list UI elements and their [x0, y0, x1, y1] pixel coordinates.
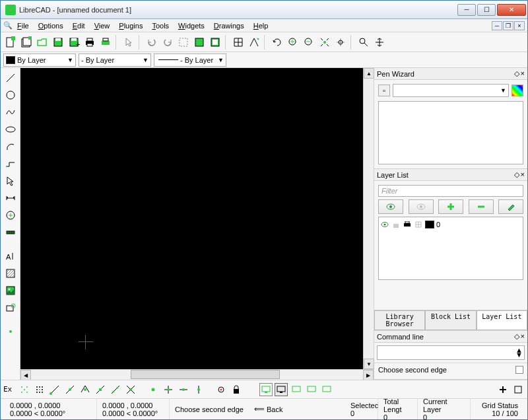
scroll-up-icon[interactable]: ▲: [364, 68, 374, 79]
menu-file[interactable]: File: [13, 20, 34, 31]
undock-icon[interactable]: ◇: [514, 170, 519, 179]
remove-layer-icon[interactable]: [469, 199, 494, 214]
menu-view[interactable]: View: [90, 20, 115, 31]
construction-icon[interactable]: [414, 220, 423, 229]
search-icon[interactable]: 🔍: [3, 21, 13, 30]
menu-drawings[interactable]: Drawings: [209, 20, 249, 31]
snap-grid-icon[interactable]: [33, 383, 46, 396]
pick-pen-icon[interactable]: ▫: [378, 85, 390, 96]
maximize-button[interactable]: ☐: [477, 4, 496, 16]
tab-library-browser[interactable]: Library Browser: [374, 310, 425, 330]
print-preview-icon[interactable]: [98, 35, 113, 50]
add-view-icon[interactable]: [496, 383, 510, 396]
open-file-icon[interactable]: [35, 35, 50, 50]
restrict-nothing-icon[interactable]: [147, 383, 160, 396]
select-tool-icon[interactable]: [3, 174, 18, 188]
scroll-right-icon[interactable]: ▶: [363, 370, 374, 380]
refresh-icon[interactable]: [270, 35, 284, 50]
arc-tool-icon[interactable]: [3, 139, 18, 154]
horizontal-scrollbar[interactable]: ◀ ▶: [20, 369, 374, 380]
lock-icon[interactable]: [391, 220, 401, 229]
hide-all-layers-icon[interactable]: [409, 199, 434, 214]
cursor-icon[interactable]: [121, 35, 136, 50]
mdi-restore[interactable]: ❐: [503, 21, 513, 30]
layer-list[interactable]: 0: [378, 217, 523, 280]
zoom-in-icon[interactable]: [286, 35, 300, 50]
layer-filter-input[interactable]: Filter: [378, 185, 523, 197]
restrict-horizontal-icon[interactable]: [177, 383, 190, 396]
point-tool-icon[interactable]: [3, 324, 18, 339]
edit-layer-icon[interactable]: [498, 199, 523, 214]
add-layer-icon[interactable]: [438, 199, 463, 214]
scroll-down-icon[interactable]: ▼: [364, 359, 374, 369]
layer-width-combo[interactable]: - By Layer ▼: [79, 53, 151, 67]
modify-tool-icon[interactable]: [3, 208, 18, 223]
ellipse-tool-icon[interactable]: [3, 122, 18, 137]
snap-middle-icon[interactable]: [94, 383, 107, 396]
layer-style-combo[interactable]: - By Layer ▼: [154, 53, 226, 67]
scroll-left-icon[interactable]: ◀: [20, 370, 31, 380]
zoom-out-icon[interactable]: [302, 35, 316, 50]
command-options-icon[interactable]: [515, 366, 523, 374]
block-tool-icon[interactable]: [3, 300, 18, 315]
save-icon[interactable]: [51, 35, 65, 50]
snap-center-icon[interactable]: [79, 383, 92, 396]
close-panel-icon[interactable]: ×: [521, 69, 525, 78]
scroll-thumb[interactable]: [131, 370, 280, 379]
monitor4-icon[interactable]: [305, 383, 318, 396]
close-panel-icon[interactable]: ×: [521, 332, 525, 341]
circle-tool-icon[interactable]: [3, 88, 18, 102]
color-picker-icon[interactable]: [512, 85, 523, 96]
text-tool-icon[interactable]: A: [3, 249, 18, 263]
menu-widgets[interactable]: Widgets: [174, 20, 209, 31]
measure-tool-icon[interactable]: [3, 225, 18, 240]
snap-endpoint-icon[interactable]: [48, 383, 61, 396]
menu-help[interactable]: Help: [249, 20, 273, 31]
view-frame-icon[interactable]: [512, 383, 525, 396]
snap-distance-icon[interactable]: [109, 383, 122, 396]
dimension-tool-icon[interactable]: [3, 191, 18, 205]
monitor3-icon[interactable]: [290, 383, 303, 396]
drawing-canvas[interactable]: [20, 68, 363, 369]
minimize-button[interactable]: ─: [457, 4, 476, 16]
grid-icon[interactable]: [231, 35, 246, 50]
mdi-close[interactable]: ×: [514, 21, 525, 30]
command-history[interactable]: ▲▼: [377, 345, 525, 360]
fullscreen-icon[interactable]: [192, 35, 207, 50]
tab-block-list[interactable]: Block List: [425, 310, 476, 330]
layer-row[interactable]: 0: [380, 219, 521, 230]
monitor5-icon[interactable]: [320, 383, 333, 396]
menu-edit[interactable]: Edit: [68, 20, 90, 31]
show-all-layers-icon[interactable]: [378, 199, 403, 214]
zoom-extents-icon[interactable]: [317, 35, 332, 50]
relative-zero-icon[interactable]: [214, 383, 228, 396]
new-sheet-icon[interactable]: [19, 35, 34, 50]
eye-icon[interactable]: [380, 220, 389, 229]
redo-icon[interactable]: [160, 35, 175, 50]
hatch-tool-icon[interactable]: [3, 266, 18, 281]
draft-icon[interactable]: [247, 35, 261, 50]
pen-combo[interactable]: ▼: [393, 84, 509, 97]
vertical-scrollbar[interactable]: ▲ ▼: [363, 68, 374, 369]
pan-icon[interactable]: [372, 35, 387, 50]
fullscreen2-icon[interactable]: [208, 35, 222, 50]
monitor2-icon[interactable]: [275, 383, 288, 396]
close-button[interactable]: ✕: [497, 4, 526, 16]
cut-icon[interactable]: [176, 35, 191, 50]
image-tool-icon[interactable]: [3, 283, 18, 298]
exclusive-snap-label[interactable]: Ex: [3, 385, 12, 394]
history-down-icon[interactable]: ▼: [515, 353, 523, 357]
undock-icon[interactable]: ◇: [514, 69, 519, 78]
snap-on-entity-icon[interactable]: [63, 383, 77, 396]
layer-color-combo[interactable]: By Layer ▼: [3, 53, 76, 67]
polyline-tool-icon[interactable]: [3, 157, 18, 171]
line-tool-icon[interactable]: [3, 71, 18, 85]
new-file-icon[interactable]: [3, 35, 18, 50]
menu-options[interactable]: Options: [34, 20, 68, 31]
restrict-orthogonal-icon[interactable]: [162, 383, 175, 396]
undo-icon[interactable]: [145, 35, 159, 50]
restrict-vertical-icon[interactable]: [192, 383, 205, 396]
print-layer-icon[interactable]: [403, 220, 412, 229]
zoom-previous-icon[interactable]: [333, 35, 348, 50]
save-as-icon[interactable]: +: [67, 35, 81, 50]
